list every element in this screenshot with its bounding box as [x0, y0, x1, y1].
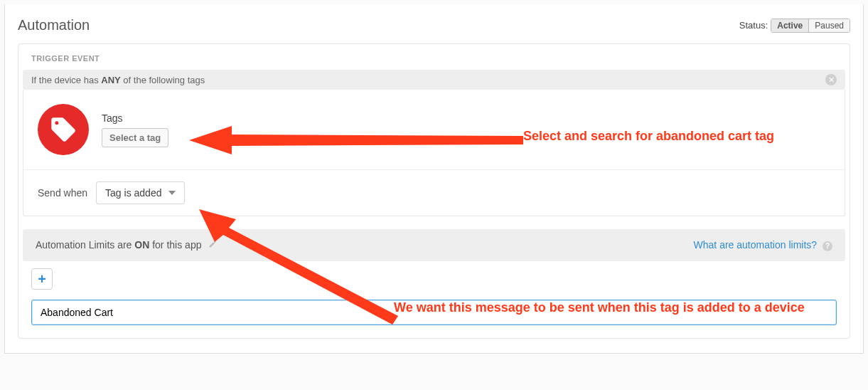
condition-bar: If the device has ANY of the following t…: [23, 70, 845, 90]
page-title: Automation: [18, 17, 90, 33]
trigger-section-title: TRIGGER EVENT: [18, 44, 850, 65]
limits-text-bold: ON: [134, 239, 149, 251]
limits-text-post: for this app: [149, 239, 201, 251]
send-when-dropdown[interactable]: Tag is added: [96, 181, 185, 204]
status-label: Status:: [739, 20, 768, 31]
send-when-value: Tag is added: [105, 187, 161, 199]
automation-limits-help-link[interactable]: What are automation limits?: [694, 239, 818, 251]
automation-limits-bar: Automation Limits are ON for this app Wh…: [23, 229, 845, 261]
condition-text-post: of the following tags: [121, 75, 205, 85]
tag-icon: [38, 104, 89, 155]
limits-text-pre: Automation Limits are: [36, 239, 134, 251]
send-when-label: Send when: [38, 187, 87, 199]
plus-icon: +: [38, 272, 46, 286]
select-tag-button[interactable]: Select a tag: [102, 128, 168, 147]
chevron-down-icon: [168, 191, 176, 195]
condition-text-bold: ANY: [101, 75, 120, 85]
pencil-icon[interactable]: [208, 239, 217, 251]
condition-text-pre: If the device has: [31, 75, 101, 85]
status-paused-button[interactable]: Paused: [808, 19, 850, 32]
automation-name-input[interactable]: [31, 300, 837, 325]
help-icon[interactable]: ?: [823, 241, 832, 251]
close-icon[interactable]: ✕: [825, 74, 837, 85]
add-button[interactable]: +: [31, 268, 53, 290]
status-toggle: Active Paused: [771, 19, 850, 33]
status-active-button[interactable]: Active: [771, 19, 808, 32]
tags-label: Tags: [102, 112, 168, 124]
